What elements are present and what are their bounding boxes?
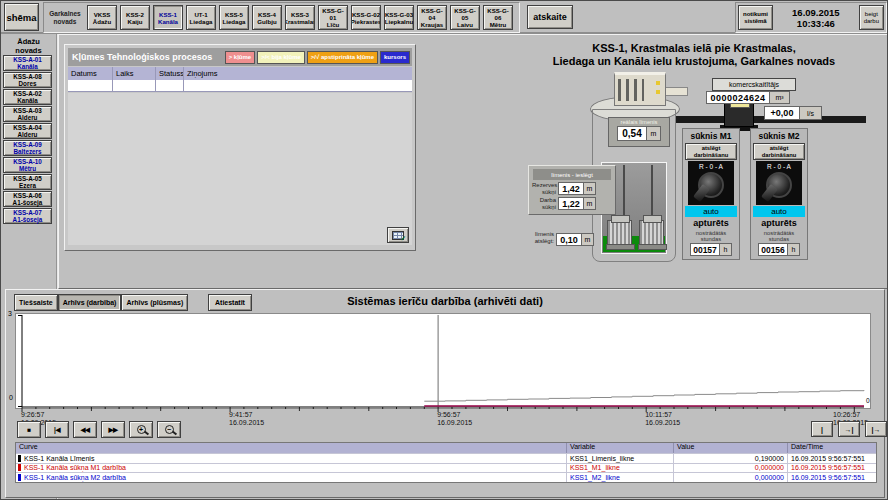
cursor-prev-icon: →| xyxy=(845,426,854,433)
col-datetime: Date/Time xyxy=(787,443,876,453)
station-tab[interactable]: KSS-5 Liedaga xyxy=(219,5,249,30)
fault-cursor-button[interactable]: kursors xyxy=(380,51,410,64)
curve-name: KSS-1 Kanāla sūkņa M2 darbība xyxy=(24,474,126,481)
legend-table-row[interactable]: KSS-1 Kanāla sūkņa M1 darbība KSS1_M1_li… xyxy=(16,463,876,473)
curve-datetime: 16.09.2015 9:56:57:551 xyxy=(787,473,876,482)
schema-button[interactable]: shēma xyxy=(4,3,39,31)
level-off-setpoint-row: 0,10m xyxy=(556,233,594,246)
system-events-button[interactable]: notikumi sistēmā xyxy=(738,5,773,30)
trend-mode-button[interactable]: Tiešsaiste xyxy=(14,294,58,311)
cursor-next-icon: |→ xyxy=(872,426,881,433)
magnifier-plus-icon: + xyxy=(137,425,146,434)
level-value: 0,54 xyxy=(617,126,647,141)
fault-filter-buttons: > kļūme >/< bija kļūme >/√ apstiprināta … xyxy=(225,51,410,64)
stop-button[interactable]: ■ xyxy=(17,421,41,438)
pump-hours-counter: 00156h xyxy=(758,243,800,256)
pump-mode-switch[interactable]: R - 0 - A xyxy=(688,161,734,205)
station-tab[interactable]: KSS-G-06 Mētru xyxy=(483,5,513,30)
cursor-next-button[interactable]: |→ xyxy=(865,421,887,437)
curve-value: 0,190000 xyxy=(673,454,787,463)
acknowledge-faults-button[interactable]: ✓ xyxy=(387,227,409,243)
fault-panel-titlebar: Kļūmes Tehnoloģiskos procesos > kļūme >/… xyxy=(68,48,412,66)
reserve-pumps-label: Rezerves sūkņi xyxy=(532,182,558,195)
trend-mode-buttons: Tiešsaiste Arhīvs (darbība) Arhīvs (plūs… xyxy=(14,294,188,311)
rewind-icon: ◀◀ xyxy=(81,426,90,434)
end-work-button[interactable]: beigt darbu xyxy=(859,5,884,30)
sidebar-station-list: KSS-A-01 Kanāla KSS-A-08 Dores KSS-A-02 … xyxy=(3,55,52,224)
cursor-prev-button[interactable]: →| xyxy=(838,421,860,437)
sidebar-header: Ādažu novads xyxy=(3,38,54,55)
level-off-unit: m xyxy=(582,233,594,246)
trend-mode-button[interactable]: Arhīvs (plūsmas) xyxy=(121,294,188,311)
legend-table-row[interactable]: KSS-1 Kanāla sūkņa M2 darbība KSS1_M2_li… xyxy=(16,472,876,482)
trend-reset-button[interactable]: Atiestatīt xyxy=(208,294,252,311)
pump-title: sūknis M1 xyxy=(690,131,731,142)
zoom-in-button[interactable]: + xyxy=(129,421,153,438)
cursor-controls: | →| |→ xyxy=(811,421,887,437)
trend-mode-button[interactable]: Arhīvs (darbība) xyxy=(58,294,122,311)
sidebar-station-button[interactable]: KSS-A-09 Baltezers xyxy=(3,140,52,156)
fault-table-empty-row xyxy=(68,80,412,92)
station-tab[interactable]: KSS-3 Krastmalas xyxy=(285,5,315,30)
cursor-icon: | xyxy=(821,426,823,433)
station-tabs: VKSS Ādažu KSS-2 Kaiju KSS-1 Kanāla UT-1… xyxy=(87,5,513,30)
fault-new-button[interactable]: > kļūme xyxy=(225,51,256,64)
sidebar-station-button[interactable]: KSS-A-02 Kanāla xyxy=(3,89,52,105)
station-tab[interactable]: KSS-2 Kaiju xyxy=(120,5,150,30)
skip-to-start-button[interactable]: |◀ xyxy=(45,421,69,438)
right-axis-zero-label: 0 xyxy=(866,397,870,404)
trend-chart[interactable] xyxy=(15,313,871,415)
pump-control-panel: sūknis M2 atslēgt darbināšanu R - 0 - A … xyxy=(750,128,808,260)
switch-positions-label: R - 0 - A xyxy=(767,163,791,170)
station-title-line1: KSS-1, Krastmalas ielā pie Krastmalas, xyxy=(499,42,888,54)
curve-name: KSS-1 Kanāla Līmenis xyxy=(24,455,94,462)
fast-forward-button[interactable]: ▶▶ xyxy=(101,421,125,438)
zoom-out-button[interactable]: − xyxy=(157,421,181,438)
rewind-button[interactable]: ◀◀ xyxy=(73,421,97,438)
table-check-icon: ✓ xyxy=(392,231,404,240)
station-tab[interactable]: KSS-G-05 Laivu xyxy=(450,5,480,30)
pump-hours-counter: 00157h xyxy=(690,243,732,256)
pump-disable-button[interactable]: atslēgt darbināšanu xyxy=(685,143,737,160)
station-tab[interactable]: KSS-1 Kanāla xyxy=(153,5,183,30)
rotary-knob-icon xyxy=(698,172,724,198)
sidebar-station-button[interactable]: KSS-A-06 A1-šoseja xyxy=(3,191,52,207)
fault-was-button[interactable]: >/< bija kļūme xyxy=(257,51,305,64)
cursor-button[interactable]: | xyxy=(811,421,833,437)
fault-col-zinojums: Ziņojums xyxy=(183,67,412,80)
level-off-setpoint[interactable]: 0,10 xyxy=(556,233,582,246)
station-tab[interactable]: KSS-G-03 Liepkalnu xyxy=(384,5,414,30)
station-tab[interactable]: KSS-4 Gulbju xyxy=(252,5,282,30)
station-tab[interactable]: KSS-G-02 Piekrastes xyxy=(351,5,381,30)
fault-acknowledged-button[interactable]: >/√ apstiprināta kļūme xyxy=(307,51,378,64)
pump-disable-button[interactable]: atslēgt darbināšanu xyxy=(753,143,805,160)
switch-positions-label: R - 0 - A xyxy=(699,163,723,170)
flow-value: +0,00 xyxy=(764,106,800,120)
pump-control-panels: sūknis M1 atslēgt darbināšanu R - 0 - A … xyxy=(682,128,808,260)
pump-hours-value: 00156 xyxy=(758,243,788,256)
meter-value: 0000024624 xyxy=(706,91,770,104)
sidebar-station-button[interactable]: KSS-A-04 Alderu xyxy=(3,123,52,139)
sidebar-station-button[interactable]: KSS-A-10 Mētru xyxy=(3,157,52,173)
sidebar-station-button[interactable]: KSS-A-05 Ezera xyxy=(3,174,52,190)
fault-col-datums: Datums xyxy=(68,67,112,80)
station-tab[interactable]: UT-1 Liedaga xyxy=(186,5,216,30)
y-axis-max-label: 3 xyxy=(8,310,12,317)
sidebar-station-button[interactable]: KSS-A-01 Kanāla xyxy=(3,55,52,71)
legend-table-row[interactable]: KSS-1 Kanāla Līmenis KSS1_Limenis_likne … xyxy=(16,453,876,463)
reserve-pumps-setpoint[interactable]: 1,42 xyxy=(558,182,584,195)
station-tab[interactable]: KSS-G-04 Kraujas xyxy=(417,5,447,30)
station-tab[interactable]: KSS-G-01 Līču xyxy=(318,5,348,30)
duty-pumps-setpoint[interactable]: 1,22 xyxy=(558,197,584,210)
report-button[interactable]: atskaite xyxy=(527,5,573,29)
curve-datetime: 16.09.2015 9:56:57:551 xyxy=(787,464,876,473)
sidebar-station-button[interactable]: KSS-A-03 Alderu xyxy=(3,106,52,122)
pump-mode-switch[interactable]: R - 0 - A xyxy=(756,161,802,205)
knob-handle-icon xyxy=(761,184,778,202)
stop-icon: ■ xyxy=(27,426,30,433)
station-tab[interactable]: VKSS Ādažu xyxy=(87,5,117,30)
top-toolbar: shēma Garkalnes novads VKSS Ādažu KSS-2 … xyxy=(1,1,888,34)
sidebar-station-button[interactable]: KSS-A-08 Dores xyxy=(3,72,52,88)
sidebar-station-button[interactable]: KSS-A-07 A1-šoseja xyxy=(3,208,52,224)
reserve-pumps-unit: m xyxy=(584,182,596,195)
